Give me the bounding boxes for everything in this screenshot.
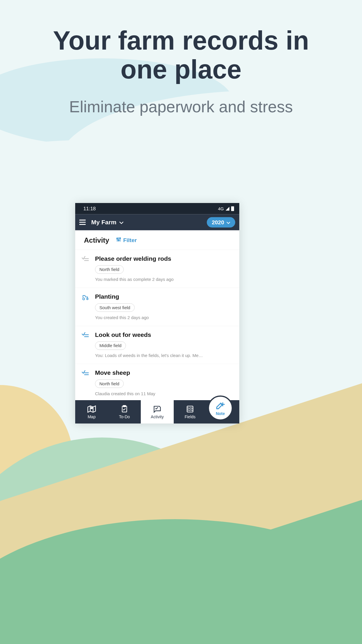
nav-label: Fields [184,414,195,419]
farm-selector[interactable]: My Farm [91,219,123,226]
network-label: 4G [218,206,224,211]
activity-item[interactable]: Look out for weedsMiddle fieldYou: Loads… [75,326,239,364]
signal-icon [226,207,229,211]
svg-point-8 [83,298,85,300]
filter-label: Filter [123,237,137,244]
task-complete-icon [82,255,90,282]
nav-label: To-Do [119,414,130,419]
field-chip: North field [95,265,124,274]
task-icon [82,331,90,358]
activity-meta: You created this 2 days ago [95,315,233,320]
chevron-down-icon [119,219,123,226]
svg-point-5 [120,238,121,239]
pencil-plus-icon [216,400,225,411]
svg-point-3 [118,240,119,241]
activity-chips: North field [95,379,233,388]
status-time: 11:18 [83,206,96,212]
page-title: Activity [84,236,109,244]
svg-point-9 [87,298,88,300]
nav-todo[interactable]: To-Do [108,400,141,424]
battery-icon [231,206,234,211]
activity-list[interactable]: Please order welding rodsNorth fieldYou … [75,250,239,400]
nav-fields[interactable]: Fields [174,400,207,424]
marketing-title: Your farm records in one place [0,0,362,84]
fab-label: Note [216,411,225,416]
activity-meta: You marked this as complete 2 days ago [95,277,233,282]
activity-title: Please order welding rods [95,255,233,262]
farm-name: My Farm [91,219,116,226]
bottom-nav: Map To-Do Activity Fields Note [75,400,239,424]
map-icon [87,405,96,414]
activity-item[interactable]: PlantingSouth west fieldYou created this… [75,288,239,326]
chevron-down-icon [226,219,230,225]
activity-item[interactable]: Please order welding rodsNorth fieldYou … [75,250,239,288]
nav-label: Map [88,414,96,419]
activity-chips: North field [95,265,233,274]
nav-activity[interactable]: Activity [141,400,174,424]
nav-label: Activity [151,414,164,419]
phone-frame: 11:18 4G My Farm 2020 Activity [75,203,239,424]
activity-title: Planting [95,293,233,300]
svg-rect-18 [123,405,126,407]
task-icon [82,369,90,396]
field-chip: South west field [95,303,135,312]
activity-chips: Middle field [95,342,233,350]
svg-point-1 [117,238,118,239]
note-fab[interactable]: Note [208,396,233,421]
year-value: 2020 [212,219,224,225]
activity-header: Activity Filter [75,230,239,250]
activity-icon [153,405,161,414]
activity-chips: South west field [95,303,233,312]
nav-map[interactable]: Map [75,400,108,424]
field-chip: Middle field [95,342,126,350]
status-bar: 11:18 4G [75,203,239,214]
tractor-icon [82,293,90,320]
filter-button[interactable]: Filter [116,237,137,244]
svg-point-16 [91,407,92,409]
activity-meta: Claudia created this on 11 May [95,391,233,396]
marketing-subtitle: Eliminate paperwork and stress [0,97,362,116]
field-chip: North field [95,379,124,388]
menu-icon[interactable] [79,220,86,225]
activity-title: Move sheep [95,369,233,376]
activity-item[interactable]: Move sheepNorth fieldClaudia created thi… [75,364,239,400]
activity-title: Look out for weeds [95,331,233,338]
activity-meta: You: Loads of weeds in the fields, let's… [95,353,233,358]
sliders-icon [116,237,121,244]
svg-rect-19 [187,406,193,412]
app-bar: My Farm 2020 [75,214,239,230]
fields-icon [186,405,194,414]
year-selector[interactable]: 2020 [207,217,235,228]
clipboard-icon [120,405,128,414]
